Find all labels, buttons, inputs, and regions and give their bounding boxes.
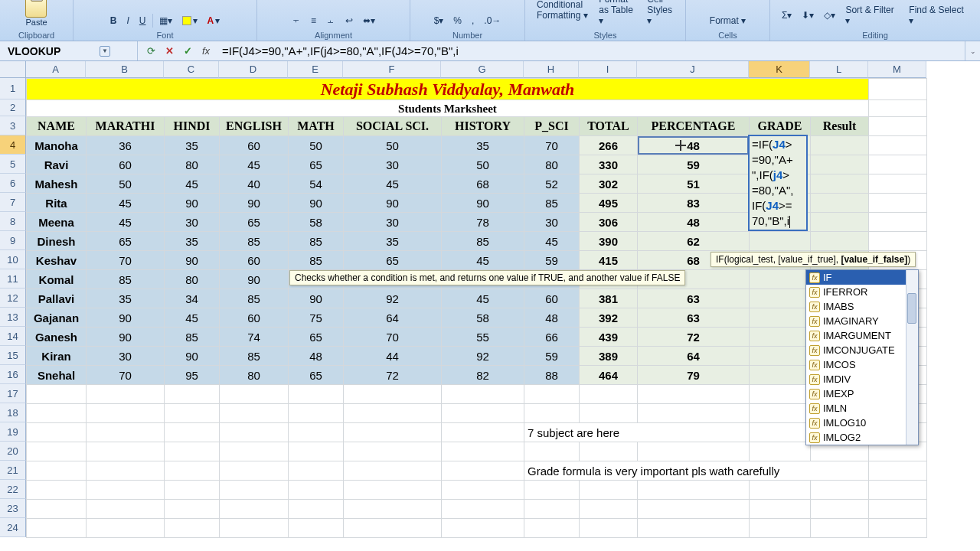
autocomplete-item[interactable]: fxIMDIV bbox=[806, 372, 918, 386]
row-header-11[interactable]: 11 bbox=[0, 269, 26, 289]
fill-button[interactable]: ⬇▾ bbox=[798, 8, 818, 22]
inc-decimal-button[interactable]: .0→ bbox=[480, 14, 505, 28]
name-box-input[interactable] bbox=[8, 45, 100, 57]
mark-cell[interactable]: 70 bbox=[344, 328, 442, 347]
mark-cell[interactable]: 88 bbox=[524, 366, 580, 385]
mark-cell[interactable]: 65 bbox=[289, 366, 344, 385]
row-header-2[interactable]: 2 bbox=[0, 99, 26, 116]
mark-cell[interactable]: 64 bbox=[344, 308, 442, 328]
name-cell[interactable]: Ravi bbox=[27, 155, 87, 174]
autocomplete-item[interactable]: fxIMLN bbox=[806, 401, 918, 416]
mark-cell[interactable]: 90 bbox=[344, 194, 442, 213]
bold-button[interactable]: B bbox=[106, 14, 121, 28]
mark-cell[interactable]: 30 bbox=[524, 213, 580, 232]
mark-cell[interactable]: 85 bbox=[220, 232, 289, 251]
row-header-23[interactable]: 23 bbox=[0, 499, 26, 518]
name-cell[interactable]: Dinesh bbox=[27, 232, 87, 251]
row-header-5[interactable]: 5 bbox=[0, 155, 26, 174]
mark-cell[interactable]: 65 bbox=[220, 213, 289, 232]
mark-cell[interactable]: 90 bbox=[442, 194, 524, 213]
mark-cell[interactable]: 65 bbox=[87, 232, 165, 251]
row-headers[interactable]: 123456789101112131415161718192021222324 bbox=[0, 78, 26, 537]
autocomplete-item[interactable]: fxIMARGUMENT bbox=[806, 328, 918, 343]
formula-refresh-icon[interactable]: ⟳ bbox=[144, 44, 158, 58]
mark-cell[interactable]: 50 bbox=[87, 174, 165, 194]
mark-cell[interactable]: 85 bbox=[220, 289, 289, 308]
mark-cell[interactable]: 70 bbox=[87, 366, 165, 385]
mark-cell[interactable]: 95 bbox=[165, 366, 220, 385]
mark-cell[interactable]: 90 bbox=[87, 308, 165, 328]
paste-button[interactable]: Paste bbox=[21, 0, 51, 28]
mark-cell[interactable]: 58 bbox=[289, 213, 344, 232]
percentage-cell[interactable]: 59 bbox=[638, 155, 750, 174]
mark-cell[interactable]: 85 bbox=[165, 328, 220, 347]
mark-cell[interactable]: 45 bbox=[87, 213, 165, 232]
name-box-dropdown[interactable]: ▼ bbox=[100, 46, 110, 57]
mark-cell[interactable]: 44 bbox=[344, 347, 442, 366]
name-cell[interactable]: Gajanan bbox=[27, 308, 87, 328]
mark-cell[interactable]: 80 bbox=[220, 366, 289, 385]
autocomplete-scrollbar[interactable] bbox=[906, 270, 918, 445]
row-header-9[interactable]: 9 bbox=[0, 231, 26, 250]
note-text[interactable]: Grade formula is very important pls wath… bbox=[524, 461, 869, 481]
mark-cell[interactable]: 68 bbox=[442, 174, 524, 194]
mark-cell[interactable]: 35 bbox=[87, 289, 165, 308]
mark-cell[interactable]: 85 bbox=[87, 270, 165, 289]
formula-expand-button[interactable]: ⌄ bbox=[965, 41, 980, 60]
mark-cell[interactable]: 70 bbox=[524, 136, 580, 155]
row-header-18[interactable]: 18 bbox=[0, 403, 26, 422]
fill-color-button[interactable]: ▾ bbox=[178, 14, 201, 28]
row-header-21[interactable]: 21 bbox=[0, 461, 26, 480]
cell-styles-button[interactable]: Cell Styles ▾ bbox=[643, 0, 678, 28]
total-cell[interactable]: 381 bbox=[580, 289, 638, 308]
autocomplete-item[interactable]: fxIMABS bbox=[806, 299, 918, 314]
find-select-button[interactable]: Find & Select ▾ bbox=[905, 3, 972, 28]
mark-cell[interactable]: 48 bbox=[289, 347, 344, 366]
mark-cell[interactable]: 60 bbox=[524, 289, 580, 308]
formula-cancel-button[interactable]: ✕ bbox=[162, 44, 176, 58]
row-header-16[interactable]: 16 bbox=[0, 365, 26, 384]
note-text[interactable]: 7 subject are here bbox=[524, 423, 750, 442]
mark-cell[interactable]: 45 bbox=[165, 174, 220, 194]
wrap-text-button[interactable]: ↩ bbox=[341, 14, 357, 28]
autocomplete-item[interactable]: fxIFERROR bbox=[806, 285, 918, 299]
mark-cell[interactable]: 35 bbox=[165, 232, 220, 251]
autocomplete-item[interactable]: fxIMCOS bbox=[806, 357, 918, 372]
mark-cell[interactable]: 80 bbox=[165, 270, 220, 289]
formula-autocomplete-list[interactable]: fxIFfxIFERRORfxIMABSfxIMAGINARYfxIMARGUM… bbox=[805, 269, 919, 445]
percentage-cell[interactable]: 63 bbox=[638, 308, 750, 328]
name-cell[interactable]: Rita bbox=[27, 194, 87, 213]
column-header-C[interactable]: C bbox=[164, 61, 219, 78]
mark-cell[interactable]: 34 bbox=[165, 289, 220, 308]
mark-cell[interactable]: 45 bbox=[442, 251, 524, 270]
currency-button[interactable]: $▾ bbox=[430, 14, 448, 28]
cell-editor[interactable]: =IF(J4>=90,"A+",IF(j4>=80,"A",IF(J4>=70,… bbox=[748, 135, 808, 231]
mark-cell[interactable]: 90 bbox=[165, 347, 220, 366]
mark-cell[interactable]: 72 bbox=[344, 366, 442, 385]
row-header-1[interactable]: 1 bbox=[0, 78, 26, 99]
total-cell[interactable]: 464 bbox=[580, 366, 638, 385]
column-header-M[interactable]: M bbox=[868, 61, 926, 78]
worksheet[interactable]: ABCDEFGHIJKLM 12345678910111213141516171… bbox=[0, 61, 980, 551]
percentage-cell[interactable]: 48 bbox=[638, 213, 750, 232]
autocomplete-item[interactable]: fxIMLOG10 bbox=[806, 416, 918, 430]
mark-cell[interactable]: 30 bbox=[344, 213, 442, 232]
align-bot-button[interactable]: ⫠ bbox=[322, 14, 339, 28]
name-cell[interactable]: Kiran bbox=[27, 347, 87, 366]
percentage-cell[interactable]: 63 bbox=[638, 289, 750, 308]
autocomplete-scroll-thumb[interactable] bbox=[907, 293, 916, 324]
format-button[interactable]: Format ▾ bbox=[706, 14, 750, 28]
percentage-cell[interactable]: 72 bbox=[638, 328, 750, 347]
total-cell[interactable]: 415 bbox=[580, 251, 638, 270]
row-header-20[interactable]: 20 bbox=[0, 442, 26, 461]
name-cell[interactable]: Ganesh bbox=[27, 328, 87, 347]
column-header-J[interactable]: J bbox=[637, 61, 749, 78]
mark-cell[interactable]: 92 bbox=[442, 347, 524, 366]
row-header-19[interactable]: 19 bbox=[0, 422, 26, 442]
mark-cell[interactable]: 80 bbox=[165, 155, 220, 174]
grade-cell[interactable] bbox=[750, 270, 811, 289]
row-header-24[interactable]: 24 bbox=[0, 518, 26, 537]
percentage-cell[interactable]: 62 bbox=[638, 232, 750, 251]
column-header-D[interactable]: D bbox=[219, 61, 288, 78]
grade-cell[interactable] bbox=[750, 308, 811, 328]
